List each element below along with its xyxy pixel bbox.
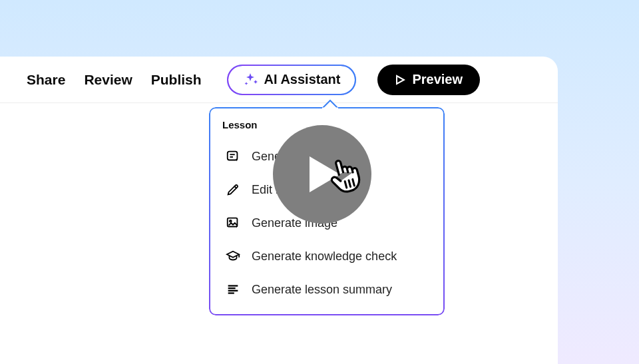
sparkle-icon bbox=[243, 72, 259, 88]
graduation-cap-icon bbox=[225, 248, 241, 264]
top-toolbar: Share Review Publish AI Assistant Previe… bbox=[0, 57, 558, 103]
preview-button[interactable]: Preview bbox=[377, 65, 480, 95]
dropdown-item-generate-knowledge-check[interactable]: Generate knowledge check bbox=[222, 240, 431, 273]
play-triangle-icon bbox=[310, 156, 340, 192]
dropdown-item-label: Generate knowledge check bbox=[252, 250, 397, 264]
svg-rect-2 bbox=[228, 152, 238, 160]
dropdown-item-label: Generate lesson summary bbox=[252, 283, 392, 297]
svg-marker-13 bbox=[310, 156, 340, 192]
summary-lines-icon bbox=[225, 281, 241, 297]
svg-line-5 bbox=[234, 186, 237, 189]
svg-rect-1 bbox=[322, 108, 338, 109]
dropdown-item-generate-lesson-summary[interactable]: Generate lesson summary bbox=[222, 273, 431, 306]
generate-block-icon bbox=[225, 148, 241, 164]
ai-assistant-label: AI Assistant bbox=[264, 72, 341, 87]
review-link[interactable]: Review bbox=[84, 72, 132, 88]
publish-link[interactable]: Publish bbox=[151, 72, 202, 88]
ai-assistant-button[interactable]: AI Assistant bbox=[227, 65, 357, 95]
play-icon bbox=[395, 75, 405, 85]
video-play-overlay[interactable] bbox=[273, 125, 371, 224]
share-link[interactable]: Share bbox=[27, 72, 65, 88]
dropdown-pointer bbox=[322, 99, 338, 108]
svg-point-7 bbox=[230, 220, 232, 222]
app-window: Share Review Publish AI Assistant Previe… bbox=[0, 57, 558, 364]
svg-marker-0 bbox=[397, 76, 404, 84]
pencil-icon bbox=[225, 182, 241, 198]
preview-label: Preview bbox=[412, 72, 463, 87]
image-icon bbox=[225, 215, 241, 231]
